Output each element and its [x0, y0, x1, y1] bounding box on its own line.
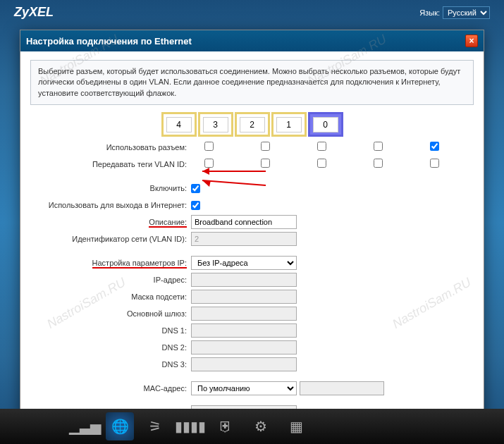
mask-label: Маска подсети: — [30, 292, 191, 301]
ethernet-settings-modal: Настройка подключения по Ethernet × Выбе… — [20, 30, 484, 444]
nav-globe-icon[interactable]: 🌐 — [106, 412, 134, 440]
vlan-port-3-checkbox[interactable] — [261, 159, 270, 168]
mask-row: Маска подсети: — [30, 289, 474, 304]
gateway-row: Основной шлюз: — [30, 306, 474, 321]
mac-select[interactable]: По умолчанию — [191, 381, 297, 395]
dns3-label: DNS 3: — [30, 360, 191, 369]
description-box: Выберите разъем, который будет использов… — [30, 60, 474, 105]
vlan-port-1-checkbox[interactable] — [374, 159, 383, 168]
nav-network-icon[interactable]: ⚞ — [141, 412, 169, 440]
vlan-id-label: Идентификатор сети (VLAN ID): — [30, 235, 191, 243]
ports-row: 4 3 2 1 0 — [30, 112, 474, 137]
enable-checkbox[interactable] — [191, 184, 200, 193]
dns1-label: DNS 1: — [30, 326, 191, 335]
nav-monitor-icon[interactable]: ▁▃▅ — [70, 412, 99, 440]
lang-dropdown[interactable]: Русский — [443, 6, 490, 19]
use-port-2-checkbox[interactable] — [317, 142, 326, 151]
dns2-label: DNS 2: — [30, 343, 191, 352]
use-port-label: Использовать разъем: — [30, 143, 191, 152]
use-port-3-checkbox[interactable] — [261, 142, 270, 151]
vlan-id-input — [191, 232, 297, 246]
modal-body: Выберите разъем, который будет использов… — [20, 51, 484, 444]
enable-label: Включить: — [30, 184, 191, 192]
gateway-label: Основной шлюз: — [30, 309, 191, 318]
description-input[interactable] — [191, 215, 297, 229]
use-port-row: Использовать разъем: — [30, 140, 474, 155]
use-port-0-checkbox[interactable] — [430, 142, 439, 151]
dns1-input — [191, 323, 297, 338]
port-4[interactable]: 4 — [161, 112, 197, 137]
close-button[interactable]: × — [465, 35, 478, 47]
logo: ZyXEL — [14, 5, 54, 20]
mac-row: MAC-адрес: По умолчанию — [30, 381, 474, 396]
internet-label: Использовать для выхода в Интернет: — [30, 201, 191, 209]
nav-wifi-icon[interactable]: ▮▮▮▮ — [176, 412, 204, 440]
ip-addr-label: IP-адрес: — [30, 276, 191, 284]
ip-mode-select[interactable]: Без IP-адреса — [191, 256, 297, 270]
port-2[interactable]: 2 — [235, 112, 270, 137]
port-0[interactable]: 0 — [308, 112, 343, 137]
use-port-1-checkbox[interactable] — [374, 142, 383, 151]
mac-input — [300, 381, 384, 395]
use-port-4-checkbox[interactable] — [204, 142, 214, 151]
description-row: Описание: — [30, 214, 474, 230]
close-icon: × — [469, 36, 474, 46]
ip-addr-input — [191, 273, 297, 287]
port-3[interactable]: 3 — [198, 112, 233, 137]
vlan-port-2-checkbox[interactable] — [317, 159, 326, 168]
dns2-row: DNS 2: — [30, 340, 474, 355]
nav-gear-icon[interactable]: ⚙ — [247, 412, 275, 440]
port-1[interactable]: 1 — [271, 112, 307, 137]
vlan-id-row: Идентификатор сети (VLAN ID): — [30, 231, 474, 247]
modal-header: Настройка подключения по Ethernet × — [20, 30, 484, 51]
ip-addr-row: IP-адрес: — [30, 272, 474, 288]
vlan-port-0-checkbox[interactable] — [430, 159, 439, 168]
bottom-nav: ▁▃▅ 🌐 ⚞ ▮▮▮▮ ⛨ ⚙ ▦ — [0, 409, 504, 444]
ip-mode-label: Настройка параметров IP: — [30, 259, 191, 267]
internet-checkbox[interactable] — [191, 201, 200, 210]
language-selector: Язык: Русский — [419, 6, 490, 19]
dns1-row: DNS 1: — [30, 323, 474, 338]
dns3-input — [191, 357, 297, 371]
ip-mode-row: Настройка параметров IP: Без IP-адреса — [30, 255, 474, 271]
top-bar: ZyXEL Язык: Русский — [0, 0, 504, 25]
internet-row: Использовать для выхода в Интернет: — [30, 197, 474, 213]
mac-label: MAC-адрес: — [30, 384, 191, 393]
enable-row: Включить: — [30, 180, 474, 196]
gateway-input — [191, 307, 297, 321]
dns3-row: DNS 3: — [30, 357, 474, 372]
vlan-tag-row: Передавать теги VLAN ID: — [30, 156, 474, 172]
modal-title: Настройка подключения по Ethernet — [26, 36, 192, 47]
vlan-tag-label: Передавать теги VLAN ID: — [30, 160, 191, 168]
lang-label: Язык: — [419, 8, 440, 17]
nav-shield-icon[interactable]: ⛨ — [211, 412, 240, 440]
description-label: Описание: — [30, 218, 191, 226]
nav-apps-icon[interactable]: ▦ — [282, 412, 310, 440]
vlan-port-4-checkbox[interactable] — [204, 159, 214, 168]
dns2-input — [191, 340, 297, 354]
mask-input — [191, 290, 297, 304]
